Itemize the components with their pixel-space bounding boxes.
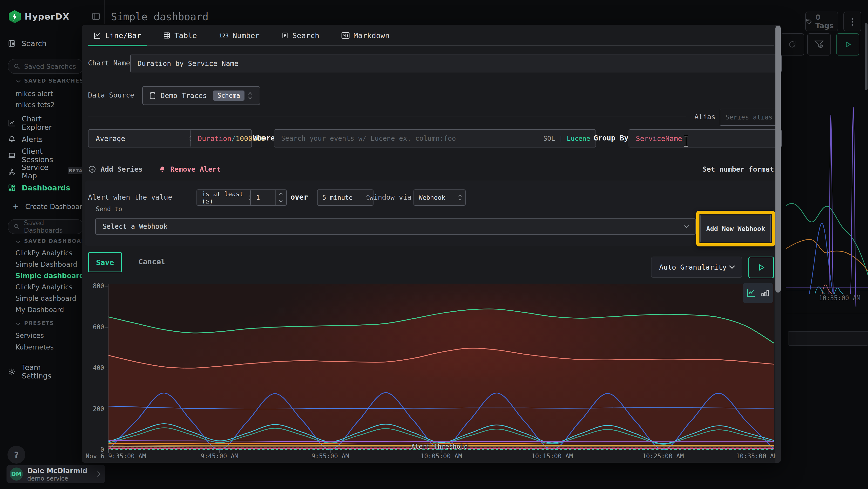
data-source-select[interactable]: Demo Traces Schema (142, 86, 260, 105)
webhook-select[interactable]: Select a Webhook (95, 219, 696, 235)
user-subtitle: demo-service - (27, 475, 72, 482)
saved-dashboard-item[interactable]: My Dashboard (16, 305, 64, 315)
tab-underline (88, 45, 774, 46)
alert-channel-select[interactable]: Webhook (413, 190, 466, 206)
mouse-cursor (683, 135, 689, 147)
tab-underline-active (88, 45, 147, 46)
run-chart-button[interactable] (748, 257, 774, 278)
y-tick-label: 600 (82, 323, 104, 331)
tab-line-bar[interactable]: Line/Bar (94, 31, 141, 40)
number-stepper[interactable] (275, 190, 286, 205)
saved-dashboards-input[interactable]: Saved Dashboards (8, 219, 84, 234)
alias-label: Alias (694, 109, 715, 125)
tab-markdown[interactable]: Markdown (341, 31, 390, 40)
chart-name-input[interactable]: Duration by Service Name (130, 55, 782, 73)
x-tick-label: 9:55:00 AM (280, 453, 381, 460)
page-title: Simple dashboard (111, 9, 209, 24)
saved-dashboard-item[interactable]: ClickPy Analytics (16, 282, 72, 292)
topbar-underline (104, 24, 868, 24)
lucene-toggle[interactable]: Lucene (567, 135, 590, 142)
create-dashboard-button[interactable]: + Create Dashboard (12, 201, 87, 212)
chart-plot-area[interactable] (108, 284, 774, 450)
search-icon (13, 223, 20, 230)
editor-tabs: Line/BarTable123NumberSearchMarkdown (94, 28, 390, 42)
saved-dashboard-item[interactable]: ClickPy Analytics (16, 248, 72, 258)
line-chart-icon (8, 119, 16, 127)
saved-dashboard-item[interactable]: Simple dashboard (16, 271, 84, 281)
plus-circle-icon (88, 165, 96, 173)
updown-chevron-icon (458, 194, 462, 202)
preset-item[interactable]: Kubernetes (16, 342, 54, 352)
x-tick-label: 10:05:00 AM (391, 453, 492, 460)
alert-threshold-label: Alert Threshold (391, 443, 488, 450)
dashboards-icon (8, 184, 16, 192)
sidebar-toggle-icon[interactable] (92, 12, 100, 21)
refresh-button[interactable] (780, 33, 804, 56)
x-tick-label: 10:35:00 AM (676, 453, 778, 460)
tab-table[interactable]: Table (163, 31, 197, 40)
add-series-button[interactable]: Add Series (88, 162, 143, 176)
page-scrollbar[interactable] (865, 23, 868, 90)
remove-alert-button[interactable]: Remove Alert (159, 162, 221, 176)
beta-badge: BETA (68, 167, 84, 174)
send-to-label: Send to (96, 205, 122, 213)
database-icon (149, 92, 156, 99)
group-by-label: Group By (594, 130, 628, 146)
play-icon (844, 41, 851, 48)
more-options-button[interactable]: ⋮ (843, 11, 861, 31)
y-tick (105, 327, 108, 327)
chevron-down-icon[interactable] (16, 322, 21, 325)
saved-search-item[interactable]: mikes tets2 (16, 100, 55, 110)
saved-searches-header[interactable]: SAVED SEARCHES (24, 78, 84, 84)
background-chart-time-label: 10:35:00 AM (819, 294, 862, 302)
alert-condition-select[interactable]: is at least (≥) (196, 190, 255, 206)
line-chart-toggle-icon[interactable] (746, 288, 756, 298)
field-expression-input[interactable]: Duration/1000000 (190, 130, 252, 147)
y-tick (105, 368, 108, 368)
filter-edit-button[interactable] (807, 33, 831, 56)
granularity-select[interactable]: Auto Granularity (651, 257, 742, 278)
presets-header[interactable]: PRESETS (24, 320, 54, 326)
chart-editor-modal: Line/BarTable123NumberSearchMarkdown Cha… (82, 25, 781, 463)
aggregation-select[interactable]: Average (88, 130, 199, 147)
save-button[interactable]: Save (88, 252, 122, 272)
preset-item[interactable]: Services (16, 331, 44, 340)
saved-search-item[interactable]: mikes alert (16, 89, 53, 98)
refresh-icon (788, 40, 796, 49)
modal-scrollbar-thumb[interactable] (775, 26, 781, 292)
saved-searches-input[interactable]: Saved Searches (8, 59, 84, 74)
set-number-format-button[interactable]: Set number format (702, 162, 774, 176)
saved-dashboard-item[interactable]: Simple dashboard (16, 293, 76, 303)
where-search-input[interactable]: Search your events w/ Lucene ex. column:… (274, 130, 596, 147)
background-tile-header (788, 331, 868, 346)
tags-button[interactable]: 0 Tags (805, 11, 838, 31)
bell-icon (8, 136, 16, 143)
line-bar-tab-icon (94, 32, 101, 39)
saved-dashboard-item[interactable]: Simple Dashboard (16, 259, 77, 269)
alert-window-select[interactable]: 5 minute (317, 190, 373, 206)
table-tab-icon (163, 32, 170, 39)
background-chart (786, 58, 868, 319)
y-tick-label: 800 (82, 282, 104, 290)
group-by-input[interactable]: ServiceName (628, 130, 782, 147)
topbar-divider (104, 0, 105, 24)
y-tick (105, 286, 108, 287)
series-alias-input[interactable]: Series alias (720, 109, 780, 126)
laptop-icon (8, 151, 16, 159)
user-menu[interactable]: DM Dale McDiarmid demo-service - (6, 465, 105, 483)
schema-badge: Schema (213, 90, 245, 100)
search-tab-icon (282, 32, 288, 39)
sql-toggle[interactable]: SQL (543, 135, 555, 142)
cancel-button[interactable]: Cancel (135, 252, 169, 271)
chevron-down-icon[interactable] (16, 80, 21, 83)
tab-search[interactable]: Search (282, 31, 319, 40)
tab-number[interactable]: 123Number (219, 31, 260, 40)
bar-chart-toggle-icon[interactable] (761, 288, 769, 298)
play-icon (757, 264, 765, 271)
add-new-webhook-button[interactable]: Add New Webhook (701, 215, 771, 242)
chevron-down-icon[interactable] (16, 240, 21, 243)
help-button[interactable]: ? (7, 446, 25, 464)
user-name: Dale McDiarmid (27, 467, 87, 475)
alert-threshold-input[interactable]: 1 (250, 190, 287, 206)
run-query-button-background[interactable] (836, 33, 859, 56)
